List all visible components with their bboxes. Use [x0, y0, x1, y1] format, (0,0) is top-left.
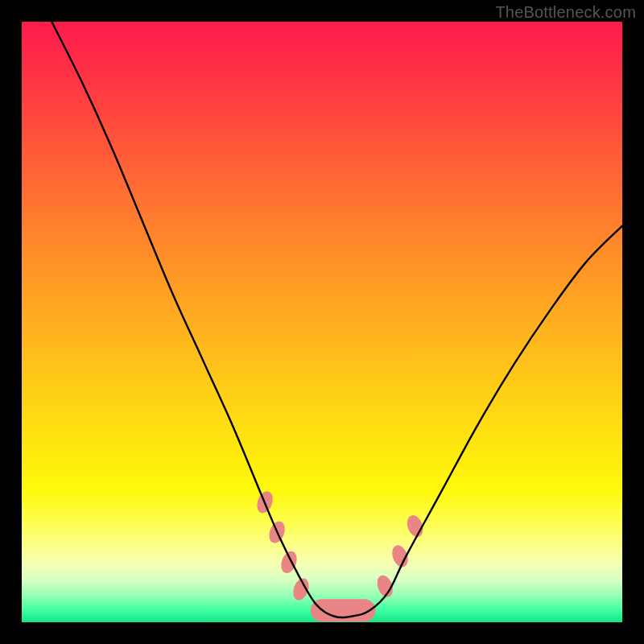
- chart-frame: TheBottleneck.com: [0, 0, 644, 644]
- plot-area: [22, 22, 622, 622]
- markers-group: [254, 489, 426, 622]
- bottleneck-curve: [52, 22, 622, 617]
- curve-marker-8: [390, 543, 411, 569]
- chart-svg: [22, 22, 622, 622]
- attribution-label: TheBottleneck.com: [495, 3, 636, 22]
